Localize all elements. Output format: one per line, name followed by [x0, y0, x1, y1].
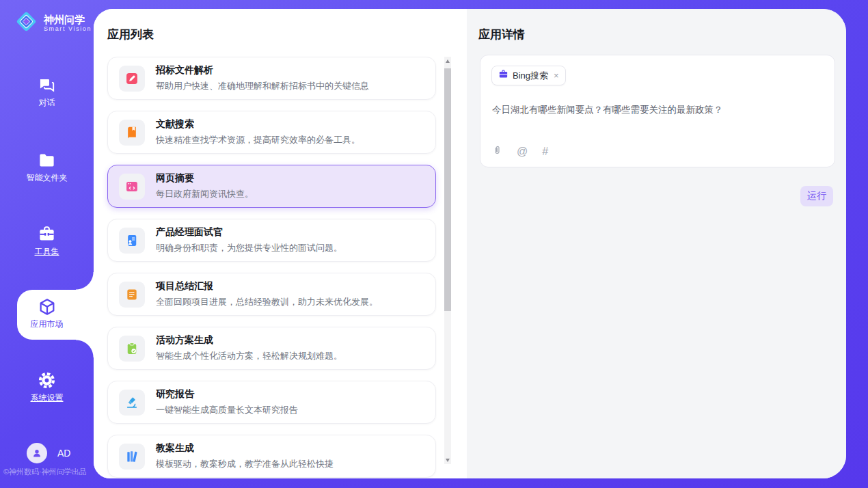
app-card-desc: 帮助用户快速、准确地理解和解析招标书中的关键信息: [156, 80, 369, 92]
sidebar-item-settings-label: 系统设置: [31, 392, 64, 404]
triangle-up-icon: [446, 59, 450, 63]
query-text[interactable]: 今日湖北有哪些新闻要点？有哪些需要关注的最新政策？: [492, 104, 824, 116]
active-tab-bottom-curve: [76, 340, 94, 357]
tool-chip-label: Bing搜索: [513, 70, 548, 82]
sidebar-item-smart-folder[interactable]: 智能文件夹: [0, 151, 94, 184]
books-icon: [119, 444, 145, 470]
folder-icon: [0, 151, 94, 170]
sidebar-item-chat[interactable]: 对话: [0, 76, 94, 109]
app-card-desc: 智能生成个性化活动方案，轻松解决规划难题。: [156, 350, 342, 362]
app-card-title: 活动方案生成: [156, 334, 342, 347]
app-card-title: 招标文件解析: [156, 64, 369, 77]
brand-subtitle: Smart Vision: [44, 25, 92, 32]
triangle-down-icon: [446, 459, 450, 462]
app-card-event-plan[interactable]: 活动方案生成 智能生成个性化活动方案，轻松解决规划难题。: [107, 327, 436, 370]
close-icon[interactable]: ×: [554, 71, 559, 80]
sidebar-item-toolset-label: 工具集: [35, 246, 59, 258]
sidebar-item-app-market-label: 应用市场: [31, 318, 64, 330]
app-card-pm-interviewer[interactable]: 产品经理面试官 明确身份和职责，为您提供专业性的面试问题。: [107, 219, 436, 262]
cube-icon: [0, 297, 94, 316]
composer-toolbar: @ #: [492, 144, 548, 159]
app-card-project-summary[interactable]: 项目总结汇报 全面回顾项目进展，总结经验教训，助力未来优化发展。: [107, 273, 436, 316]
sidebar-item-settings[interactable]: 系统设置: [0, 371, 94, 404]
person-doc-icon: [119, 228, 145, 254]
list-scrollbar[interactable]: [444, 57, 451, 464]
sidebar-item-app-market[interactable]: 应用市场: [17, 290, 94, 340]
app-card-list: 招标文件解析 帮助用户快速、准确地理解和解析招标书中的关键信息 文献搜索 快速精…: [107, 57, 436, 478]
toolbox-icon: [0, 225, 94, 244]
app-card-desc: 一键智能生成高质量长文本研究报告: [156, 404, 298, 416]
active-tab-top-curve: [76, 272, 94, 290]
brand-logo: 神州问学 Smart Vision: [14, 9, 92, 37]
microscope-icon: [119, 390, 145, 416]
app-card-research-report[interactable]: 研究报告 一键智能生成高质量长文本研究报告: [107, 381, 436, 424]
clipboard-check-icon: [119, 336, 145, 362]
sidebar-item-smart-folder-label: 智能文件夹: [27, 172, 68, 184]
app-card-title: 文献搜索: [156, 118, 360, 131]
app-card-title: 产品经理面试官: [156, 226, 342, 239]
app-card-title: 网页摘要: [156, 172, 254, 185]
copyright-footer: ©神州数码·神州问学出品: [3, 467, 87, 477]
app-card-literature-search[interactable]: 文献搜索 快速精准查找学术资源，提高研究效率的必备工具。: [107, 111, 436, 154]
tool-chip-bing-search[interactable]: Bing搜索 ×: [491, 66, 566, 85]
app-card-desc: 每日政府新闻资讯快查。: [156, 188, 254, 200]
sidebar-item-chat-label: 对话: [39, 97, 55, 109]
app-card-desc: 全面回顾项目进展，总结经验教训，助力未来优化发展。: [156, 296, 378, 308]
app-card-title: 项目总结汇报: [156, 280, 378, 293]
user-account[interactable]: AD: [27, 443, 70, 463]
paperclip-icon[interactable]: [492, 144, 502, 159]
run-button[interactable]: 运行: [800, 186, 833, 206]
gear-icon: [0, 371, 94, 390]
briefcase-icon: [498, 69, 508, 82]
hash-tag-icon[interactable]: #: [542, 146, 548, 157]
chat-icon: [0, 76, 94, 95]
brand-name: 神州问学: [44, 14, 92, 25]
app-card-lesson-plan[interactable]: 教案生成 模板驱动，教案秒成，教学准备从此轻松快捷: [107, 435, 436, 478]
notepad-icon: [119, 282, 145, 308]
browser-code-icon: [119, 174, 145, 200]
query-input-card[interactable]: Bing搜索 × 今日湖北有哪些新闻要点？有哪些需要关注的最新政策？ @ #: [480, 55, 835, 167]
at-mention-icon[interactable]: @: [517, 146, 528, 157]
app-card-desc: 快速精准查找学术资源，提高研究效率的必备工具。: [156, 134, 360, 146]
app-list-panel: 应用列表 招标文件解析 帮助用户快速、准确地理解和解析招标书中的关键信息: [94, 9, 467, 478]
scrollbar-thumb[interactable]: [444, 68, 451, 311]
app-card-desc: 明确身份和职责，为您提供专业性的面试问题。: [156, 242, 342, 254]
content-frame: 应用列表 招标文件解析 帮助用户快速、准确地理解和解析招标书中的关键信息: [94, 9, 846, 478]
app-detail-panel: 应用详情 Bing搜索 × 今日湖北有哪些新闻要点？有哪些需要关注的最新政策？: [467, 9, 846, 478]
book-icon: [119, 120, 145, 146]
sidebar-item-toolset[interactable]: 工具集: [0, 225, 94, 258]
app-detail-title: 应用详情: [478, 27, 525, 42]
app-list-title: 应用列表: [107, 27, 154, 42]
scrollbar-down-button[interactable]: [444, 456, 451, 464]
avatar: [27, 443, 47, 463]
app-card-web-summary[interactable]: 网页摘要 每日政府新闻资讯快查。: [107, 165, 436, 208]
app-card-desc: 模板驱动，教案秒成，教学准备从此轻松快捷: [156, 458, 334, 470]
edit-square-icon: [119, 66, 145, 92]
user-initials: AD: [57, 448, 70, 459]
brand-diamond-icon: [14, 9, 39, 37]
scrollbar-up-button[interactable]: [444, 57, 451, 65]
app-card-bid-document-parse[interactable]: 招标文件解析 帮助用户快速、准确地理解和解析招标书中的关键信息: [107, 57, 436, 100]
sidebar: 神州问学 Smart Vision 对话 智能文件夹: [0, 0, 94, 488]
app-card-title: 教案生成: [156, 442, 334, 455]
app-card-title: 研究报告: [156, 388, 298, 401]
